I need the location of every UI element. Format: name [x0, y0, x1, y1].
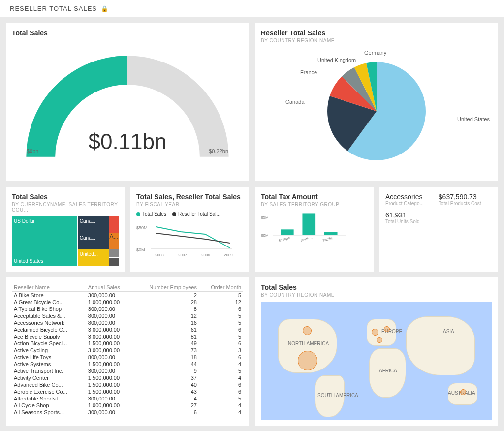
table-cell: 16 — [132, 319, 199, 326]
table-row[interactable]: Active Systems1,500,000.00444 — [12, 361, 243, 368]
svg-rect-12 — [324, 232, 338, 235]
map-bubble[interactable] — [377, 337, 382, 343]
map-bubble[interactable] — [372, 329, 378, 336]
table-cell: A Typical Bike Shop — [12, 306, 86, 312]
map-bubble[interactable] — [384, 326, 390, 332]
pie-chart: United States Canada France United Kingd… — [261, 47, 492, 175]
map-label: AFRICA — [379, 368, 397, 373]
legend-label: Total Sales — [142, 211, 166, 216]
table-cell: 4 — [132, 395, 199, 402]
tile-subtitle: BY COUNTRY REGION NAME — [261, 38, 492, 43]
treemap-cell: Cana... — [78, 233, 109, 249]
treemap-cell — [109, 258, 119, 266]
pie-label-ca: Canada — [285, 99, 305, 105]
svg-text:$5M: $5M — [261, 216, 269, 220]
table-row[interactable]: All Cycle Shop1,000,000.00274 — [12, 402, 243, 409]
table-header[interactable]: Annual Sales — [86, 283, 132, 292]
svg-text:2006: 2006 — [201, 253, 210, 257]
tile-title: Total Sales, Reseller Total Sales — [136, 193, 243, 201]
table-cell: All Cycle Shop — [12, 402, 86, 409]
tile-line[interactable]: Total Sales, Reseller Total Sales BY FIS… — [130, 187, 249, 272]
tile-map[interactable]: Total Sales BY COUNTRY REGION NAME NORTH… — [255, 277, 498, 426]
table-row[interactable]: All Seasons Sports...300,000.0064 — [12, 409, 243, 416]
table-cell: 3,000,000.00 — [86, 326, 132, 333]
table-cell: Active Life Toys — [12, 354, 86, 361]
table-cell: 800,000.00 — [86, 319, 132, 326]
table-row[interactable]: A Bike Store300,000.0025 — [12, 292, 243, 299]
table-cell: 1,500,000.00 — [86, 340, 132, 347]
kpi-label: Total Units Sold — [385, 219, 424, 224]
tile-bar[interactable]: Total Tax Amount BY SALES TERRITORY GROU… — [255, 187, 374, 272]
table-row[interactable]: Active Transport Inc.300,000.0095 — [12, 368, 243, 374]
table-cell: Active Cycling — [12, 347, 86, 354]
table-row[interactable]: Ace Bicycle Supply3,000,000.00815 — [12, 333, 243, 340]
treemap-cell — [109, 249, 119, 257]
table-cell: 18 — [132, 354, 199, 361]
tile-title: Total Sales — [12, 29, 243, 37]
table-cell: Acceptable Sales &... — [12, 312, 86, 319]
table-row[interactable]: A Great Bicycle Co...1,000,000.002812 — [12, 299, 243, 306]
pie-label-fr: France — [300, 69, 317, 75]
table-cell: 27 — [132, 402, 199, 409]
tile-title: Total Sales — [261, 283, 492, 291]
page-title: RESELLER TOTAL SALES — [10, 5, 97, 12]
tile-title: Reseller Total Sales — [261, 29, 492, 37]
world-map[interactable]: NORTH AMERICA SOUTH AMERICA EUROPE AFRIC… — [261, 302, 492, 420]
table-cell: Acclaimed Bicycle C... — [12, 326, 86, 333]
table-row[interactable]: Acclaimed Bicycle C...3,000,000.00616 — [12, 326, 243, 333]
treemap-cell — [109, 216, 119, 233]
map-label: ASIA — [443, 329, 454, 334]
svg-text:2008: 2008 — [155, 253, 164, 257]
table-cell: 3,000,000.00 — [86, 333, 132, 340]
table-cell: 81 — [132, 333, 199, 340]
table-cell: 3,000,000.00 — [86, 347, 132, 354]
table-cell: 61 — [132, 326, 199, 333]
reseller-table: Reseller NameAnnual SalesNumber Employee… — [12, 283, 243, 416]
table-row[interactable]: Accessories Network800,000.00165 — [12, 319, 243, 326]
table-cell: 5 — [199, 333, 243, 340]
table-row[interactable]: Aerobic Exercise Co...1,500,000.00436 — [12, 388, 243, 395]
table-row[interactable]: Activity Center1,500,000.00374 — [12, 374, 243, 381]
table-cell: 300,000.00 — [86, 292, 132, 299]
tile-reseller-pie[interactable]: Reseller Total Sales BY COUNTRY REGION N… — [255, 23, 498, 181]
tile-subtitle: BY CURRENCYNAME, SALES TERRITORY COU... — [12, 202, 119, 213]
table-cell: 1,500,000.00 — [86, 388, 132, 395]
table-row[interactable]: Action Bicycle Speci...1,500,000.00496 — [12, 340, 243, 347]
map-bubble[interactable] — [303, 326, 312, 335]
tile-total-sales-gauge[interactable]: Total Sales $0.11bn $0bn $0.22bn — [6, 23, 249, 181]
table-cell: Affordable Sports E... — [12, 395, 86, 402]
table-cell: 6 — [199, 381, 243, 388]
table-cell: 5 — [199, 312, 243, 319]
tile-table[interactable]: Reseller NameAnnual SalesNumber Employee… — [6, 277, 249, 426]
table-header[interactable]: Reseller Name — [12, 283, 86, 292]
table-row[interactable]: Advanced Bike Co...1,500,000.00406 — [12, 381, 243, 388]
table-cell: 6 — [132, 409, 199, 416]
table-cell: A Great Bicycle Co... — [12, 299, 86, 306]
table-cell: 1,500,000.00 — [86, 374, 132, 381]
table-cell: 5 — [199, 368, 243, 374]
table-header[interactable]: Number Employees — [132, 283, 199, 292]
tile-treemap[interactable]: Total Sales BY CURRENCYNAME, SALES TERRI… — [6, 187, 125, 272]
tile-kpi[interactable]: Accessories Product Catego... 61,931 Tot… — [379, 187, 498, 272]
table-row[interactable]: Active Life Toys800,000.00186 — [12, 354, 243, 361]
treemap-chart: US Dollar United States Cana... Cana...A… — [12, 216, 119, 266]
map-bubble[interactable] — [460, 389, 466, 395]
map-bubble[interactable] — [298, 351, 317, 370]
table-header[interactable]: Order Month — [199, 283, 243, 292]
tile-subtitle: BY FISCAL YEAR — [136, 202, 243, 207]
pie-label-de: Germany — [364, 50, 386, 56]
table-cell: 3 — [199, 347, 243, 354]
table-row[interactable]: A Typical Bike Shop300,000.0086 — [12, 306, 243, 312]
table-cell: 73 — [132, 347, 199, 354]
table-cell: 12 — [199, 299, 243, 306]
table-cell: 300,000.00 — [86, 306, 132, 312]
table-row[interactable]: Affordable Sports E...300,000.0045 — [12, 395, 243, 402]
map-label: SOUTH AMERICA — [317, 393, 358, 398]
treemap-cell: A... — [109, 233, 119, 249]
map-label: NORTH AMERICA — [288, 341, 329, 346]
table-cell: 300,000.00 — [86, 395, 132, 402]
table-cell: 5 — [199, 292, 243, 299]
table-row[interactable]: Acceptable Sales &...800,000.00125 — [12, 312, 243, 319]
table-row[interactable]: Active Cycling3,000,000.00733 — [12, 347, 243, 354]
table-cell: 4 — [199, 402, 243, 409]
